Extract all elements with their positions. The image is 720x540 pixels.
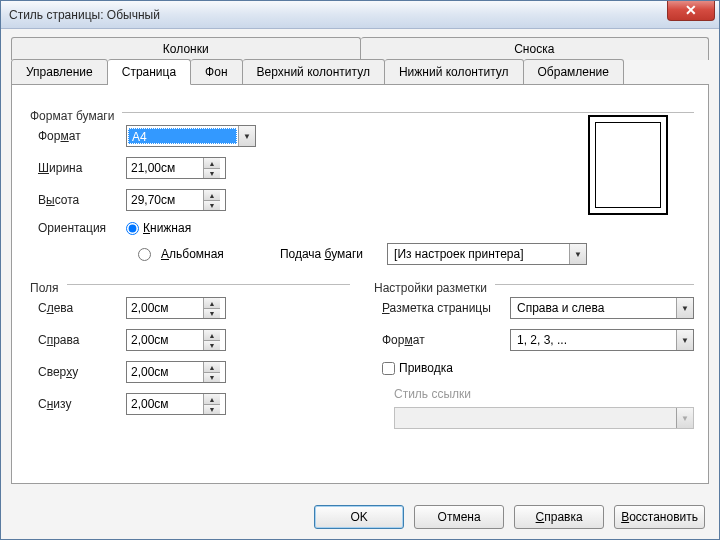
tab-page[interactable]: Страница (108, 59, 191, 85)
spin-down-icon[interactable]: ▼ (203, 404, 220, 414)
label-margin-bottom: Снизу (26, 397, 126, 411)
label-margin-right: Справа (26, 333, 126, 347)
paper-height-input[interactable] (127, 190, 203, 210)
label-format: Формат (26, 129, 126, 143)
paper-feed-combo[interactable]: [Из настроек принтера] ▼ (387, 243, 587, 265)
paper-format-value: A4 (128, 128, 237, 144)
margin-top-input[interactable] (127, 362, 203, 382)
spin-down-icon[interactable]: ▼ (203, 308, 220, 318)
close-button[interactable]: ✕ (667, 1, 715, 21)
group-paper-format: Формат бумаги Формат A4 ▼ Ширина ▲ (26, 101, 694, 265)
page-layout-value: Справа и слева (511, 301, 676, 315)
chevron-down-icon[interactable]: ▼ (569, 244, 586, 264)
label-width: Ширина (26, 161, 126, 175)
chevron-down-icon[interactable]: ▼ (676, 330, 693, 350)
reset-button[interactable]: Восстановить (614, 505, 705, 529)
radio-portrait-label: Книжная (143, 221, 191, 235)
label-register: Приводка (399, 361, 453, 375)
margin-bottom-input[interactable] (127, 394, 203, 414)
chevron-down-icon[interactable]: ▼ (238, 126, 255, 146)
margin-left-spinner[interactable]: ▲▼ (126, 297, 226, 319)
label-ref-style: Стиль ссылки (370, 387, 694, 401)
group-layout: Настройки разметки Разметка страницы Спр… (370, 273, 694, 429)
spin-up-icon[interactable]: ▲ (203, 190, 220, 200)
margin-right-spinner[interactable]: ▲▼ (126, 329, 226, 351)
radio-portrait[interactable] (126, 222, 139, 235)
tabs-lower: Управление Страница Фон Верхний колонтит… (11, 59, 709, 84)
window-title: Стиль страницы: Обычный (9, 8, 160, 22)
group-margins: Поля Слева ▲▼ Справа ▲ (26, 273, 350, 429)
spin-up-icon[interactable]: ▲ (203, 394, 220, 404)
tab-organizer[interactable]: Управление (11, 59, 108, 85)
margin-bottom-spinner[interactable]: ▲▼ (126, 393, 226, 415)
spin-up-icon[interactable]: ▲ (203, 362, 220, 372)
spin-down-icon[interactable]: ▼ (203, 372, 220, 382)
spin-up-icon[interactable]: ▲ (203, 330, 220, 340)
margin-left-input[interactable] (127, 298, 203, 318)
margin-top-spinner[interactable]: ▲▼ (126, 361, 226, 383)
chevron-down-icon: ▼ (676, 408, 693, 428)
paper-format-combo[interactable]: A4 ▼ (126, 125, 256, 147)
label-paper-feed: Подача бумаги (280, 247, 363, 261)
tab-header[interactable]: Верхний колонтитул (243, 59, 385, 85)
ok-button[interactable]: OK (314, 505, 404, 529)
tab-panel-page: Формат бумаги Формат A4 ▼ Ширина ▲ (11, 84, 709, 484)
dialog-window: Стиль страницы: Обычный ✕ Колонки Сноска… (0, 0, 720, 540)
ref-style-combo: ▼ (394, 407, 694, 429)
page-layout-combo[interactable]: Справа и слева ▼ (510, 297, 694, 319)
spin-down-icon[interactable]: ▼ (203, 168, 220, 178)
tab-borders[interactable]: Обрамление (524, 59, 624, 85)
label-margin-top: Сверху (26, 365, 126, 379)
tab-background[interactable]: Фон (191, 59, 242, 85)
group-label-paper: Формат бумаги (26, 109, 118, 123)
label-margin-left: Слева (26, 301, 126, 315)
spin-up-icon[interactable]: ▲ (203, 298, 220, 308)
spin-down-icon[interactable]: ▼ (203, 200, 220, 210)
paper-height-spinner[interactable]: ▲ ▼ (126, 189, 226, 211)
tab-columns[interactable]: Колонки (11, 37, 361, 60)
tab-footer[interactable]: Нижний колонтитул (385, 59, 524, 85)
button-bar: OK Отмена Справка Восстановить (1, 495, 719, 539)
content-area: Колонки Сноска Управление Страница Фон В… (1, 29, 719, 495)
spin-down-icon[interactable]: ▼ (203, 340, 220, 350)
paper-width-input[interactable] (127, 158, 203, 178)
radio-landscape[interactable] (138, 248, 151, 261)
spin-up-icon[interactable]: ▲ (203, 158, 220, 168)
margin-right-input[interactable] (127, 330, 203, 350)
help-button[interactable]: Справка (514, 505, 604, 529)
tab-footnote[interactable]: Сноска (361, 37, 710, 60)
label-page-layout: Разметка страницы (370, 301, 510, 315)
paper-feed-value: [Из настроек принтера] (388, 247, 569, 261)
group-label-margins: Поля (26, 281, 63, 295)
titlebar: Стиль страницы: Обычный ✕ (1, 1, 719, 29)
tabs-upper: Колонки Сноска (11, 37, 709, 59)
label-orientation: Ориентация (26, 221, 126, 235)
number-format-value: 1, 2, 3, ... (511, 333, 676, 347)
paper-width-spinner[interactable]: ▲ ▼ (126, 157, 226, 179)
group-label-layout: Настройки разметки (370, 281, 491, 295)
checkbox-register[interactable] (382, 362, 395, 375)
label-height: Высота (26, 193, 126, 207)
number-format-combo[interactable]: 1, 2, 3, ... ▼ (510, 329, 694, 351)
label-number-format: Формат (370, 333, 510, 347)
radio-landscape-label: Альбомная (161, 247, 224, 261)
chevron-down-icon[interactable]: ▼ (676, 298, 693, 318)
cancel-button[interactable]: Отмена (414, 505, 504, 529)
